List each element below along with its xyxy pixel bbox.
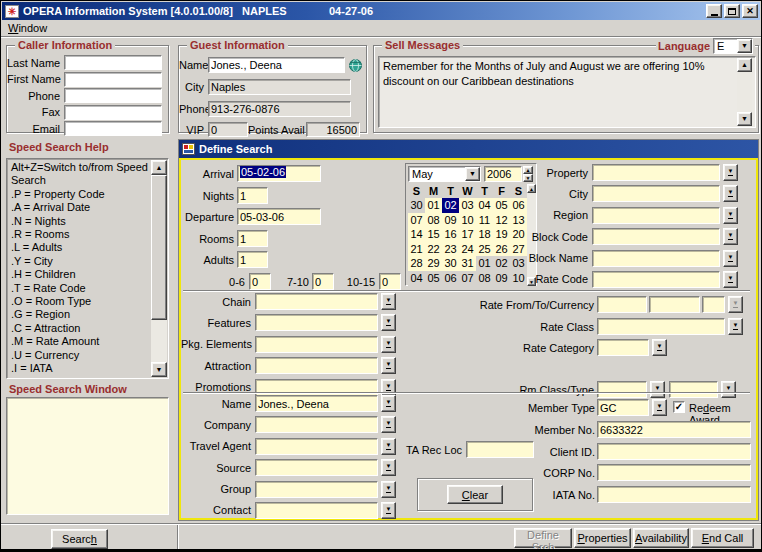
- features-field[interactable]: [255, 314, 378, 331]
- adults-field[interactable]: [237, 251, 268, 268]
- calendar-day[interactable]: 08: [476, 271, 493, 286]
- children-10-15-field[interactable]: [379, 273, 401, 290]
- rate-currency-field[interactable]: [702, 296, 725, 313]
- calendar-day[interactable]: 10: [459, 213, 476, 228]
- guest-name-field[interactable]: [208, 57, 345, 73]
- fax-field[interactable]: [64, 105, 162, 120]
- caller-phone-field[interactable]: [64, 88, 162, 103]
- calendar-day[interactable]: 16: [442, 227, 459, 242]
- speed-search-help-item[interactable]: .I = IATA: [9, 362, 150, 375]
- calendar-day[interactable]: 03: [459, 198, 476, 213]
- company-field[interactable]: [255, 416, 378, 433]
- rm-type-lov-button[interactable]: ▼: [721, 381, 736, 398]
- calendar-day[interactable]: 30: [442, 256, 459, 271]
- calendar-day[interactable]: 18: [476, 227, 493, 242]
- rate-category-lov-button[interactable]: ▼: [652, 339, 667, 356]
- calendar-day[interactable]: 07: [459, 271, 476, 286]
- nights-field[interactable]: [237, 187, 268, 204]
- region-field[interactable]: [592, 207, 720, 224]
- calendar-day[interactable]: 22: [425, 242, 442, 257]
- end-call-button[interactable]: End Call: [691, 528, 754, 548]
- source-lov-button[interactable]: ▼: [381, 459, 396, 476]
- calendar-day[interactable]: 15: [425, 227, 442, 242]
- attraction-lov-button[interactable]: ▼: [381, 357, 396, 374]
- calendar-month-dropdown[interactable]: May ▼: [408, 166, 481, 182]
- search-button[interactable]: Search: [51, 529, 108, 549]
- speed-search-help-item[interactable]: .N = Nights: [9, 215, 150, 228]
- define-search-titlebar[interactable]: Define Search: [179, 140, 758, 158]
- children-7-10-field[interactable]: [312, 273, 334, 290]
- email-field[interactable]: [64, 121, 162, 136]
- scroll-up-icon[interactable]: ▲: [737, 58, 752, 72]
- contact-lov-button[interactable]: ▼: [381, 502, 396, 519]
- calendar-day[interactable]: 28: [408, 256, 425, 271]
- calendar-day[interactable]: 24: [459, 242, 476, 257]
- rm-class-field[interactable]: [597, 381, 647, 398]
- menu-window[interactable]: Window: [2, 21, 53, 35]
- first-name-field[interactable]: [64, 72, 162, 87]
- rate-category-field[interactable]: [597, 339, 649, 356]
- calendar-day[interactable]: 23: [442, 242, 459, 257]
- speed-search-help-item[interactable]: .H = Children: [9, 268, 150, 281]
- member-no-field[interactable]: [597, 421, 751, 438]
- city-field[interactable]: [592, 185, 720, 202]
- rate-from-field[interactable]: [597, 296, 647, 313]
- chevron-down-icon[interactable]: ▼: [465, 167, 480, 181]
- rm-type-field[interactable]: [669, 381, 718, 398]
- pkg-elements-lov-button[interactable]: ▼: [381, 336, 396, 353]
- calendar-day[interactable]: 01: [425, 198, 442, 213]
- speed-search-help-item[interactable]: .A = Arrival Date: [9, 201, 150, 214]
- calendar-day[interactable]: 30: [408, 198, 425, 213]
- speed-search-help-item[interactable]: .L = Adults: [9, 241, 150, 254]
- property-field[interactable]: [592, 164, 720, 181]
- features-lov-button[interactable]: ▼: [381, 314, 396, 331]
- block-name-lov-button[interactable]: ▼: [723, 250, 738, 267]
- calendar-day[interactable]: 04: [408, 271, 425, 286]
- guest-city-field[interactable]: [208, 79, 351, 95]
- rate-class-lov-button[interactable]: ▼: [728, 318, 743, 335]
- properties-button[interactable]: Properties: [574, 528, 631, 548]
- vip-field[interactable]: [208, 122, 248, 137]
- rate-code-lov-button[interactable]: ▼: [723, 271, 738, 288]
- calendar-day[interactable]: 06: [442, 271, 459, 286]
- contact-field[interactable]: [255, 502, 378, 519]
- speed-search-help-item[interactable]: .U = Currency: [9, 349, 150, 362]
- calendar-day[interactable]: 19: [493, 227, 510, 242]
- property-lov-button[interactable]: ▼: [723, 164, 738, 181]
- sell-message-text[interactable]: Remember for the Months of July and Augu…: [378, 56, 756, 128]
- source-field[interactable]: [255, 459, 378, 476]
- block-code-lov-button[interactable]: ▼: [723, 228, 738, 245]
- calendar-day[interactable]: 05: [425, 271, 442, 286]
- minimize-button[interactable]: [706, 4, 722, 18]
- globe-icon[interactable]: [347, 58, 363, 73]
- name-lov-button[interactable]: ▼: [381, 395, 396, 412]
- speed-search-help-item[interactable]: .M = Rate Amount: [9, 335, 150, 348]
- rate-code-field[interactable]: [592, 271, 720, 288]
- group-field[interactable]: [255, 481, 378, 498]
- travel-agent-field[interactable]: [255, 438, 378, 455]
- pkg-elements-field[interactable]: [255, 336, 378, 353]
- define-srch-button[interactable]: Define Srch: [514, 528, 572, 548]
- children-0-6-field[interactable]: [249, 273, 271, 290]
- speed-search-help-item[interactable]: .P = Property Code: [9, 188, 150, 201]
- region-lov-button[interactable]: ▼: [723, 207, 738, 224]
- group-lov-button[interactable]: ▼: [381, 481, 396, 498]
- calendar-day[interactable]: 08: [425, 213, 442, 228]
- chevron-down-icon[interactable]: ▼: [737, 39, 752, 53]
- company-lov-button[interactable]: ▼: [381, 416, 396, 433]
- attraction-field[interactable]: [255, 357, 378, 374]
- maximize-button[interactable]: [724, 4, 740, 18]
- calendar-day[interactable]: 17: [459, 227, 476, 242]
- chain-field[interactable]: [255, 293, 378, 310]
- last-name-field[interactable]: [64, 55, 162, 70]
- calendar-day[interactable]: 07: [408, 213, 425, 228]
- chain-lov-button[interactable]: ▼: [381, 293, 396, 310]
- window-titlebar[interactable]: ✳ OPERA Information System [4.0.01.00/8]…: [2, 2, 760, 20]
- speed-search-help-item[interactable]: .T = Rate Code: [9, 282, 150, 295]
- calendar-day[interactable]: 05: [493, 198, 510, 213]
- scroll-up-icon[interactable]: ▲: [151, 160, 167, 175]
- calendar-day[interactable]: 01: [476, 256, 493, 271]
- rate-currency-lov-button[interactable]: ▼: [728, 296, 743, 313]
- redeem-award-checkbox[interactable]: ✓: [673, 401, 685, 413]
- calendar-day[interactable]: 14: [408, 227, 425, 242]
